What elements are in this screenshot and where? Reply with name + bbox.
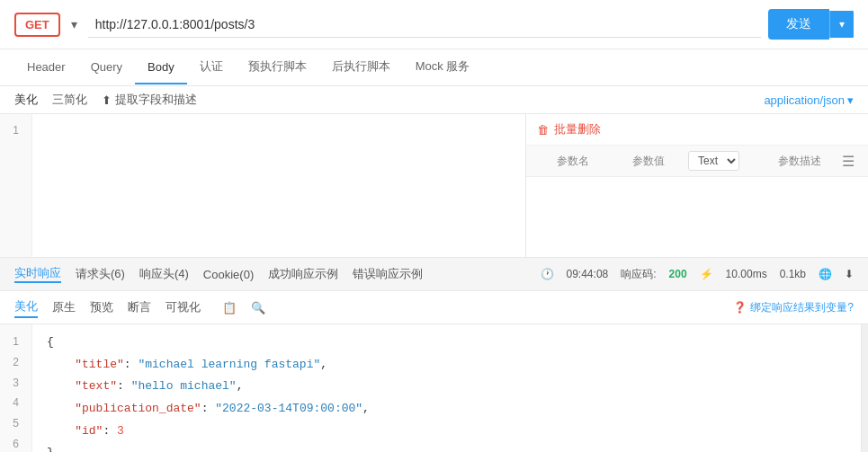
resp-duration-icon: ⚡ xyxy=(700,268,713,280)
resp-tool-search[interactable]: 🔍 xyxy=(251,301,265,315)
resp-tab-cookie[interactable]: Cookie(0) xyxy=(203,268,254,281)
method-button[interactable]: GET xyxy=(14,13,60,37)
resp-line-numbers: 1 2 3 4 5 6 xyxy=(0,324,32,452)
body-toolbar: 美化 三简化 ⬆ 提取字段和描述 application/json ▾ xyxy=(0,86,868,114)
editor-content-area[interactable] xyxy=(32,114,525,257)
bind-result-area[interactable]: ❓ 绑定响应结果到变量? xyxy=(733,300,854,315)
resp-tab-request-headers[interactable]: 请求头(6) xyxy=(76,266,125,282)
download-icon: ⬇ xyxy=(845,268,854,280)
method-dropdown-arrow[interactable]: ▾ xyxy=(67,13,81,35)
bind-result-link[interactable]: 绑定响应结果到变量? xyxy=(750,300,854,315)
body-editor-area: 1 🗑 批量删除 参数名 参数值 Text File 参数描述 ☰ xyxy=(0,114,868,258)
json-line-2: "title": "michael learning fastapi", xyxy=(47,354,846,377)
globe-icon: 🌐 xyxy=(819,268,832,280)
tab-mock[interactable]: Mock 服务 xyxy=(403,49,483,85)
beautify-button[interactable]: 美化 xyxy=(14,92,38,108)
json-line-5: "id": 3 xyxy=(47,421,846,443)
content-type-label: application/json xyxy=(764,93,845,107)
resp-tool-preview[interactable]: 预览 xyxy=(90,297,113,317)
tab-header[interactable]: Header xyxy=(14,51,78,84)
batch-delete-button[interactable]: 🗑 批量删除 xyxy=(526,114,868,146)
extract-fields-button[interactable]: ⬆ 提取字段和描述 xyxy=(102,92,197,108)
method-label: GET xyxy=(25,18,49,31)
content-type-selector[interactable]: application/json ▾ xyxy=(764,93,854,107)
resp-meta: 🕐 09:44:08 响应码: 200 ⚡ 10.00ms 0.1kb 🌐 ⬇ xyxy=(541,267,854,282)
line-num-1: 1 xyxy=(0,121,31,141)
request-tabs: Header Query Body 认证 预执行脚本 后执行脚本 Mock 服务 xyxy=(0,49,868,86)
resp-line-1: 1 xyxy=(0,332,31,352)
url-input[interactable] xyxy=(88,12,761,38)
editor-line-numbers: 1 xyxy=(0,114,32,257)
upload-icon: ⬆ xyxy=(102,93,112,107)
resp-tool-beautify[interactable]: 美化 xyxy=(14,297,38,318)
resp-duration: 10.00ms xyxy=(726,268,767,280)
resp-json-body: { "title": "michael learning fastapi", "… xyxy=(32,324,861,452)
simplify-button[interactable]: 三简化 xyxy=(52,92,87,108)
send-main-button[interactable]: 发送 xyxy=(768,9,829,40)
resp-status-code: 200 xyxy=(669,268,687,280)
resp-tab-response-headers[interactable]: 响应头(4) xyxy=(139,266,189,282)
resp-tool-assert[interactable]: 断言 xyxy=(128,297,151,317)
resp-line-6: 6 xyxy=(0,434,31,452)
resp-time: 09:44:08 xyxy=(567,268,609,280)
body-editor[interactable]: 1 xyxy=(0,114,526,257)
json-line-4: "publication_date": "2022-03-14T09:00:00… xyxy=(47,398,846,421)
send-button-group: 发送 ▾ xyxy=(768,9,854,40)
json-line-3: "text": "hello michael", xyxy=(47,376,846,398)
resp-line-3: 3 xyxy=(0,373,31,394)
url-bar: GET ▾ 发送 ▾ xyxy=(0,0,868,49)
params-panel: 🗑 批量删除 参数名 参数值 Text File 参数描述 ☰ xyxy=(526,114,868,257)
tab-query[interactable]: Query xyxy=(78,51,135,84)
col-actions-header: ☰ xyxy=(839,153,857,170)
resp-status-label: 响应码: xyxy=(621,267,656,282)
tab-post-script[interactable]: 后执行脚本 xyxy=(319,49,403,85)
tab-auth[interactable]: 认证 xyxy=(187,49,236,85)
resp-tab-error-example[interactable]: 错误响应示例 xyxy=(353,266,423,282)
resp-line-4: 4 xyxy=(0,393,31,413)
json-line-6: } xyxy=(47,442,846,452)
col-type-header: Text File xyxy=(688,151,760,171)
response-content: 1 2 3 4 5 6 { "title": "michael learning… xyxy=(0,324,868,452)
resp-scrollbar[interactable] xyxy=(861,324,868,452)
type-select[interactable]: Text File xyxy=(688,151,739,171)
params-header-row: 参数名 参数值 Text File 参数描述 ☰ xyxy=(526,146,868,177)
question-icon: ❓ xyxy=(733,301,747,314)
resp-time-icon: 🕐 xyxy=(541,268,554,280)
col-value-header: 参数值 xyxy=(613,154,685,169)
resp-tool-visualize[interactable]: 可视化 xyxy=(166,297,201,317)
resp-line-5: 5 xyxy=(0,413,31,434)
col-name-header: 参数名 xyxy=(537,154,609,169)
batch-delete-label: 批量删除 xyxy=(554,121,601,137)
resp-size: 0.1kb xyxy=(780,268,806,280)
trash-icon: 🗑 xyxy=(537,123,549,137)
json-line-1: { xyxy=(47,332,846,354)
response-toolbar: 美化 原生 预览 断言 可视化 📋 🔍 ❓ 绑定响应结果到变量? xyxy=(0,291,868,324)
resp-tab-success-example[interactable]: 成功响应示例 xyxy=(268,266,338,282)
tab-body[interactable]: Body xyxy=(135,51,187,84)
content-type-chevron: ▾ xyxy=(847,93,854,107)
resp-tool-raw[interactable]: 原生 xyxy=(52,297,76,317)
resp-tool-copy[interactable]: 📋 xyxy=(222,301,237,315)
response-header: 实时响应 请求头(6) 响应头(4) Cookie(0) 成功响应示例 错误响应… xyxy=(0,258,868,291)
send-dropdown-button[interactable]: ▾ xyxy=(829,11,854,38)
resp-tab-realtime[interactable]: 实时响应 xyxy=(14,265,61,283)
tab-pre-script[interactable]: 预执行脚本 xyxy=(236,49,319,85)
col-example-header: 参数描述 xyxy=(764,154,836,169)
resp-line-2: 2 xyxy=(0,352,31,373)
